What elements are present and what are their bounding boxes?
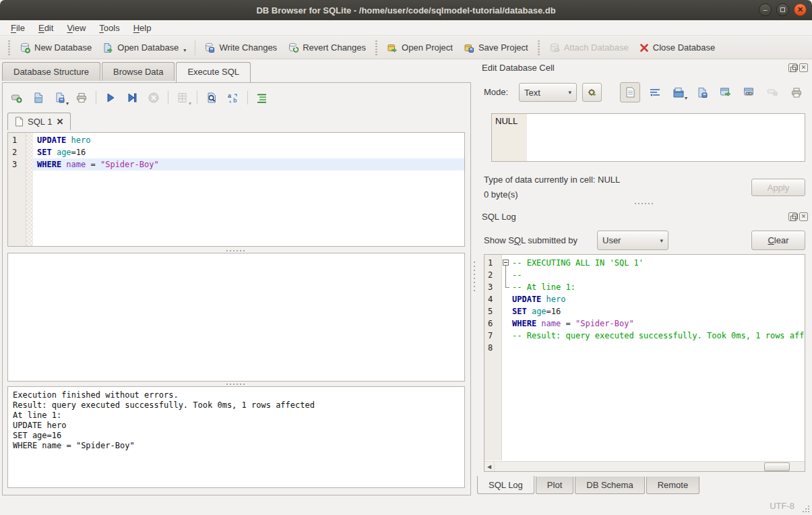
close-panel-icon[interactable]: ✕ [799,63,808,72]
statusbar: UTF-8 [0,497,812,515]
open-project-button[interactable]: Open Project [381,40,458,56]
menu-file[interactable]: File [4,21,32,35]
editor-line[interactable]: SET age=16 [33,146,464,158]
sql-editor-lines[interactable]: UPDATE heroSET age=16WHERE name = "Spide… [33,133,464,246]
open-in-external-app-button[interactable] [717,84,735,101]
encoding-indicator[interactable]: UTF-8 [770,501,794,511]
new-sql-tab-button[interactable] [8,89,26,107]
mode-value: Text [524,88,540,98]
scrollbar-thumb[interactable] [764,462,790,471]
tab-plot[interactable]: Plot [536,477,573,494]
copy-link-button[interactable] [741,84,758,101]
app-window: DB Browser for SQLite - /home/user/code/… [0,0,812,515]
maximize-icon [780,7,785,12]
sql-editor[interactable]: 123 UPDATE heroSET age=16WHERE name = "S… [7,132,465,247]
tab-browse-data[interactable]: Browse Data [102,62,175,81]
svg-text:b: b [233,97,237,104]
replace-button[interactable]: ab [224,89,242,107]
execution-message-pane: Execution finished without errors.Result… [7,386,465,488]
menu-help[interactable]: Help [127,21,158,35]
close-database-button[interactable]: Close Database [634,40,721,55]
cell-value-editor[interactable]: NULL [491,113,805,162]
cell-value: NULL [495,116,518,126]
float-panel-icon[interactable] [788,212,797,221]
sql-document-tabbar: SQL 1 ✕ [7,113,71,130]
editor-line-numbers: 123 [8,133,26,246]
save-project-icon [464,42,474,53]
dock-splitter[interactable] [477,201,812,206]
log-horizontal-scrollbar[interactable]: ◀ ▶ [485,461,805,471]
print-cell-button[interactable] [788,84,805,101]
auto-apply-button[interactable] [582,83,602,102]
sql-log-dock-controls: ✕ [788,212,808,221]
open-sql-file-button[interactable] [30,89,47,107]
print-button[interactable] [73,89,90,107]
sql-toolbar-separator-2 [168,91,168,104]
save-project-button[interactable]: Save Project [458,40,534,56]
mode-select[interactable]: Text ▾ [519,83,577,102]
execute-line-button[interactable] [123,89,141,107]
toolbar-drag-handle-3[interactable] [538,40,540,55]
cell-value-area[interactable] [527,114,805,161]
maximize-button[interactable] [776,3,789,16]
minimize-button[interactable]: – [759,3,772,16]
new-database-label: New Database [34,42,92,53]
toolbar-drag-handle[interactable] [8,40,10,55]
toolbar-separator [195,40,195,55]
text-mode-toggle[interactable] [620,82,640,102]
sql-document-tab[interactable]: SQL 1 ✕ [7,113,71,130]
log-line: -- [511,269,805,281]
tab-sql-log[interactable]: SQL Log [477,476,534,494]
open-database-menu-arrow[interactable]: ▾ [183,47,186,53]
clear-log-button[interactable]: Clear [751,231,805,250]
close-button[interactable]: ✕ [794,3,807,16]
import-cell-data-button[interactable]: ▾ [670,84,687,101]
open-database-button[interactable]: Open Database ▾ [97,40,191,56]
titlebar[interactable]: DB Browser for SQLite - /home/user/code/… [0,0,812,20]
format-sql-button[interactable] [253,89,271,107]
log-fold-margin[interactable] [502,255,511,460]
import-menu-arrow[interactable]: ▾ [685,95,687,101]
toolbar-drag-handle-2[interactable] [375,40,377,55]
submitted-by-select[interactable]: User ▾ [597,231,668,250]
save-sql-menu-arrow[interactable]: ▾ [66,100,69,107]
new-database-icon [20,42,30,53]
cell-value-gutter: NULL [492,114,527,161]
save-results-menu-arrow: ▾ [189,100,191,107]
cell-size-info: 0 byte(s) [484,189,518,200]
gear-icon [587,87,598,98]
chevron-down-icon: ▾ [568,89,571,96]
close-panel-icon[interactable]: ✕ [799,212,808,221]
close-sql-tab-icon[interactable]: ✕ [56,117,63,127]
write-changes-label: Write Changes [219,42,277,53]
editor-line[interactable]: WHERE name = "Spider-Boy" [33,158,464,171]
find-button[interactable] [203,89,220,107]
tab-db-schema[interactable]: DB Schema [575,477,644,494]
sql-log-filter-row: Show SQL submitted by User ▾ Clear [477,230,812,250]
revert-changes-button[interactable]: Revert Changes [282,40,371,56]
resize-grip[interactable] [802,505,810,513]
open-project-label: Open Project [402,42,453,53]
write-changes-button[interactable]: Write Changes [199,40,282,56]
word-wrap-icon[interactable] [646,84,664,101]
export-cell-data-button[interactable] [693,84,711,101]
menu-edit[interactable]: Edit [32,21,60,35]
sql-log-view: 12345678 -- EXECUTING ALL IN 'SQL 1'----… [484,254,805,472]
open-project-icon [387,42,398,53]
results-grid[interactable] [7,253,465,382]
menu-tools[interactable]: Tools [92,21,126,35]
tab-remote[interactable]: Remote [646,477,700,494]
tab-database-structure[interactable]: Database Structure [2,62,100,81]
left-panel: Database Structure Browse Data Execute S… [0,59,472,497]
panel-splitter[interactable] [472,59,477,497]
float-panel-icon[interactable] [788,63,797,72]
save-sql-file-button[interactable]: ▾ [51,89,69,107]
write-changes-icon [204,42,215,53]
scroll-left-arrow[interactable]: ◀ [485,462,495,472]
log-line [511,342,805,354]
tab-execute-sql[interactable]: Execute SQL [176,62,251,82]
menu-view[interactable]: View [60,21,92,35]
new-database-button[interactable]: New Database [14,40,97,56]
execute-all-button[interactable] [102,89,119,107]
editor-line[interactable]: UPDATE hero [33,134,464,146]
